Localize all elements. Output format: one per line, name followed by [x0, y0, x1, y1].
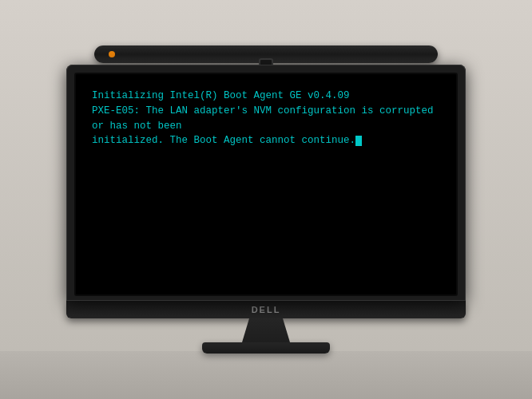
desk-surface	[0, 351, 532, 399]
monitor-stand-base	[202, 342, 330, 354]
soundbar-indicator	[109, 51, 115, 57]
dell-logo: DELL	[252, 305, 281, 314]
boot-message: Initializing Intel(R) Boot Agent GE v0.4…	[92, 89, 440, 148]
monitor-bottom-bezel: DELL	[66, 301, 466, 318]
cursor	[355, 136, 362, 146]
monitor-stand-neck	[242, 318, 290, 342]
boot-line1: Initializing Intel(R) Boot Agent GE v0.4…	[92, 90, 350, 101]
monitor-screen: Initializing Intel(R) Boot Agent GE v0.4…	[74, 73, 458, 296]
boot-line3: initialized. The Boot Agent cannot conti…	[92, 135, 355, 146]
monitor-bezel: Initializing Intel(R) Boot Agent GE v0.4…	[66, 65, 466, 301]
monitor-assembly: Initializing Intel(R) Boot Agent GE v0.4…	[66, 45, 466, 354]
boot-line2: PXE-E05: The LAN adapter's NVM configura…	[92, 105, 439, 132]
soundbar	[94, 45, 438, 63]
